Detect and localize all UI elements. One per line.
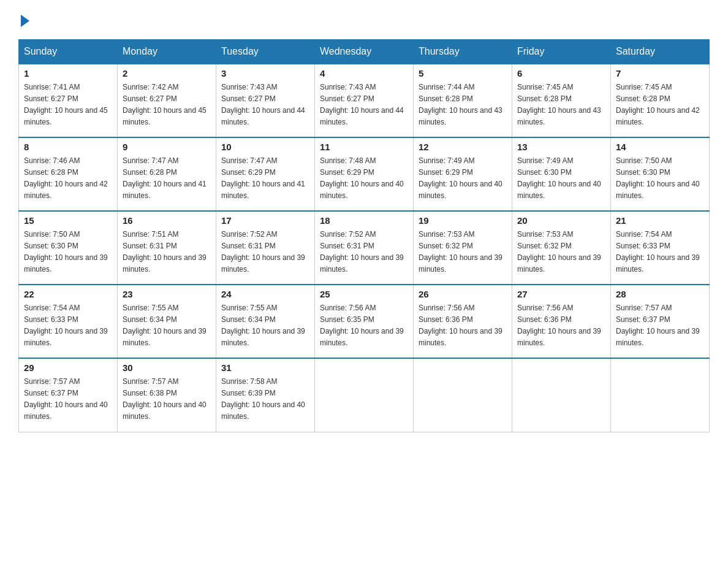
calendar-day-cell: 30 Sunrise: 7:57 AMSunset: 6:38 PMDaylig… [118,358,216,432]
day-number: 4 [320,68,408,79]
calendar-day-cell: 27 Sunrise: 7:56 AMSunset: 6:36 PMDaylig… [512,285,611,358]
day-info: Sunrise: 7:50 AMSunset: 6:30 PMDaylight:… [616,156,700,200]
day-info: Sunrise: 7:49 AMSunset: 6:30 PMDaylight:… [517,156,601,200]
day-info: Sunrise: 7:44 AMSunset: 6:28 PMDaylight:… [419,83,502,126]
calendar-day-cell: 4 Sunrise: 7:43 AMSunset: 6:27 PMDayligh… [315,64,414,137]
day-number: 27 [517,289,605,299]
calendar-day-cell: 15 Sunrise: 7:50 AMSunset: 6:30 PMDaylig… [19,211,118,285]
day-number: 7 [616,68,704,79]
day-number: 14 [616,142,704,152]
day-info: Sunrise: 7:47 AMSunset: 6:28 PMDaylight:… [123,156,207,200]
day-info: Sunrise: 7:56 AMSunset: 6:36 PMDaylight:… [517,304,601,347]
day-number: 12 [419,142,507,152]
day-info: Sunrise: 7:57 AMSunset: 6:37 PMDaylight:… [616,304,700,347]
day-number: 26 [419,289,507,299]
calendar-day-cell: 26 Sunrise: 7:56 AMSunset: 6:36 PMDaylig… [414,285,512,358]
day-info: Sunrise: 7:53 AMSunset: 6:32 PMDaylight:… [419,230,502,274]
calendar-day-cell: 21 Sunrise: 7:54 AMSunset: 6:33 PMDaylig… [611,211,710,285]
calendar-table: SundayMondayTuesdayWednesdayThursdayFrid… [18,39,710,432]
day-number: 29 [24,362,112,373]
day-number: 28 [616,289,704,299]
day-number: 2 [123,68,211,79]
day-number: 11 [320,142,408,152]
day-number: 21 [616,215,704,226]
calendar-day-header: Monday [118,40,216,64]
day-info: Sunrise: 7:42 AMSunset: 6:27 PMDaylight:… [123,83,207,126]
page-header [18,12,710,27]
day-number: 8 [24,142,112,152]
calendar-day-cell: 13 Sunrise: 7:49 AMSunset: 6:30 PMDaylig… [512,137,611,211]
logo [18,12,29,27]
calendar-day-cell: 28 Sunrise: 7:57 AMSunset: 6:37 PMDaylig… [611,285,710,358]
calendar-week-row: 22 Sunrise: 7:54 AMSunset: 6:33 PMDaylig… [19,285,710,358]
calendar-day-cell: 9 Sunrise: 7:47 AMSunset: 6:28 PMDayligh… [118,137,216,211]
calendar-header-row: SundayMondayTuesdayWednesdayThursdayFrid… [19,40,710,64]
day-info: Sunrise: 7:55 AMSunset: 6:34 PMDaylight:… [221,304,305,347]
day-info: Sunrise: 7:52 AMSunset: 6:31 PMDaylight:… [320,230,404,274]
day-info: Sunrise: 7:41 AMSunset: 6:27 PMDaylight:… [24,83,108,126]
day-number: 31 [221,362,309,373]
calendar-day-cell: 25 Sunrise: 7:56 AMSunset: 6:35 PMDaylig… [315,285,414,358]
day-info: Sunrise: 7:57 AMSunset: 6:37 PMDaylight:… [24,377,108,421]
calendar-day-cell: 7 Sunrise: 7:45 AMSunset: 6:28 PMDayligh… [611,64,710,137]
day-number: 22 [24,289,112,299]
calendar-day-cell: 18 Sunrise: 7:52 AMSunset: 6:31 PMDaylig… [315,211,414,285]
day-number: 6 [517,68,605,79]
day-info: Sunrise: 7:48 AMSunset: 6:29 PMDaylight:… [320,156,404,200]
day-number: 30 [123,362,211,373]
calendar-day-cell: 17 Sunrise: 7:52 AMSunset: 6:31 PMDaylig… [216,211,315,285]
day-number: 23 [123,289,211,299]
day-info: Sunrise: 7:56 AMSunset: 6:36 PMDaylight:… [419,304,502,347]
calendar-day-cell: 11 Sunrise: 7:48 AMSunset: 6:29 PMDaylig… [315,137,414,211]
calendar-day-cell [315,358,414,432]
day-info: Sunrise: 7:45 AMSunset: 6:28 PMDaylight:… [517,83,601,126]
day-info: Sunrise: 7:57 AMSunset: 6:38 PMDaylight:… [123,377,207,421]
calendar-day-cell: 12 Sunrise: 7:49 AMSunset: 6:29 PMDaylig… [414,137,512,211]
logo-arrow-icon [21,15,29,27]
day-number: 10 [221,142,309,152]
calendar-day-header: Saturday [611,40,710,64]
calendar-day-cell: 14 Sunrise: 7:50 AMSunset: 6:30 PMDaylig… [611,137,710,211]
calendar-week-row: 29 Sunrise: 7:57 AMSunset: 6:37 PMDaylig… [19,358,710,432]
calendar-day-cell: 19 Sunrise: 7:53 AMSunset: 6:32 PMDaylig… [414,211,512,285]
day-number: 20 [517,215,605,226]
day-number: 18 [320,215,408,226]
calendar-day-header: Sunday [19,40,118,64]
calendar-day-cell: 24 Sunrise: 7:55 AMSunset: 6:34 PMDaylig… [216,285,315,358]
day-info: Sunrise: 7:43 AMSunset: 6:27 PMDaylight:… [221,83,305,126]
calendar-day-cell: 3 Sunrise: 7:43 AMSunset: 6:27 PMDayligh… [216,64,315,137]
day-number: 19 [419,215,507,226]
calendar-day-cell: 1 Sunrise: 7:41 AMSunset: 6:27 PMDayligh… [19,64,118,137]
day-number: 13 [517,142,605,152]
day-info: Sunrise: 7:45 AMSunset: 6:28 PMDaylight:… [616,83,700,126]
calendar-week-row: 8 Sunrise: 7:46 AMSunset: 6:28 PMDayligh… [19,137,710,211]
day-number: 24 [221,289,309,299]
day-number: 9 [123,142,211,152]
calendar-day-header: Friday [512,40,611,64]
calendar-day-cell: 5 Sunrise: 7:44 AMSunset: 6:28 PMDayligh… [414,64,512,137]
calendar-day-cell: 23 Sunrise: 7:55 AMSunset: 6:34 PMDaylig… [118,285,216,358]
day-number: 3 [221,68,309,79]
day-info: Sunrise: 7:50 AMSunset: 6:30 PMDaylight:… [24,230,108,274]
day-info: Sunrise: 7:58 AMSunset: 6:39 PMDaylight:… [221,377,305,421]
calendar-day-cell: 29 Sunrise: 7:57 AMSunset: 6:37 PMDaylig… [19,358,118,432]
calendar-day-cell [512,358,611,432]
calendar-day-cell: 10 Sunrise: 7:47 AMSunset: 6:29 PMDaylig… [216,137,315,211]
day-info: Sunrise: 7:56 AMSunset: 6:35 PMDaylight:… [320,304,404,347]
day-number: 25 [320,289,408,299]
day-number: 16 [123,215,211,226]
day-number: 17 [221,215,309,226]
day-info: Sunrise: 7:52 AMSunset: 6:31 PMDaylight:… [221,230,305,274]
calendar-day-cell [414,358,512,432]
day-info: Sunrise: 7:49 AMSunset: 6:29 PMDaylight:… [419,156,502,200]
calendar-day-cell: 31 Sunrise: 7:58 AMSunset: 6:39 PMDaylig… [216,358,315,432]
day-info: Sunrise: 7:55 AMSunset: 6:34 PMDaylight:… [123,304,207,347]
day-info: Sunrise: 7:47 AMSunset: 6:29 PMDaylight:… [221,156,305,200]
day-info: Sunrise: 7:54 AMSunset: 6:33 PMDaylight:… [24,304,108,347]
calendar-day-cell: 20 Sunrise: 7:53 AMSunset: 6:32 PMDaylig… [512,211,611,285]
calendar-week-row: 15 Sunrise: 7:50 AMSunset: 6:30 PMDaylig… [19,211,710,285]
calendar-day-header: Tuesday [216,40,315,64]
day-number: 1 [24,68,112,79]
day-number: 5 [419,68,507,79]
calendar-day-header: Thursday [414,40,512,64]
